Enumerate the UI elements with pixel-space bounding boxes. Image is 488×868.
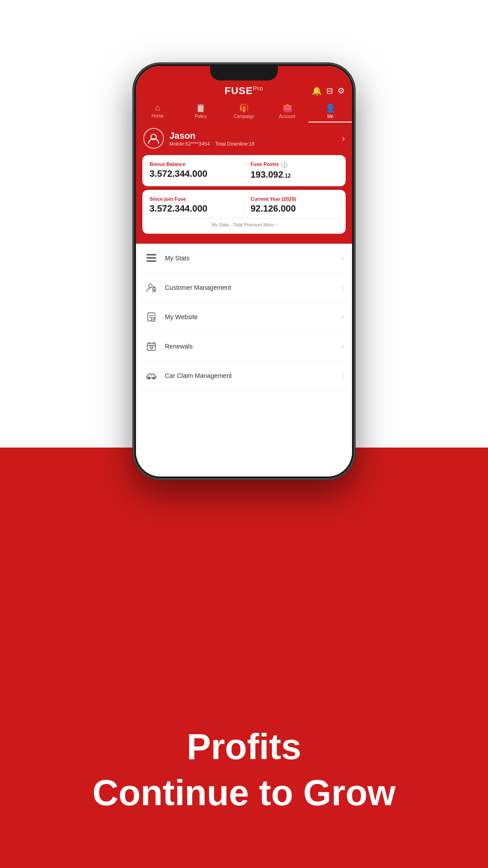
since-join-label: Since join Fuse bbox=[150, 196, 238, 202]
top-icons: 🔔 ⊟ ⚙ bbox=[312, 86, 345, 96]
me-icon: 👤 bbox=[325, 103, 335, 113]
profile-mobile: Mobile:62****3454 bbox=[169, 141, 210, 146]
svg-rect-2 bbox=[146, 257, 156, 259]
car-claim-label: Car Claim Management bbox=[165, 372, 232, 379]
account-label: Account bbox=[279, 114, 296, 119]
bonus-balance-label: Bonus Balance bbox=[150, 161, 238, 167]
my-website-icon bbox=[144, 310, 159, 324]
fuse-points-value: 193.092.12 bbox=[251, 170, 339, 180]
customer-management-label: Customer Management bbox=[165, 284, 231, 291]
customer-management-left: Customer Management bbox=[144, 280, 231, 295]
profile-downline: Total Downline:18 bbox=[215, 141, 254, 146]
renewals-chevron-icon: › bbox=[342, 342, 344, 350]
app-content: FUSEPro 🔔 ⊟ ⚙ ⌂ Home bbox=[136, 66, 352, 476]
car-claim-icon bbox=[144, 368, 159, 383]
tab-policy[interactable]: 📋 Policy bbox=[179, 100, 223, 123]
phone-screen: FUSEPro 🔔 ⊟ ⚙ ⌂ Home bbox=[136, 66, 352, 476]
svg-point-4 bbox=[149, 284, 152, 288]
notification-icon[interactable]: 🔔 bbox=[312, 86, 322, 96]
my-stats-chevron-icon: › bbox=[342, 254, 344, 262]
my-stats-label: My Stats bbox=[165, 255, 189, 262]
nav-tabs: ⌂ Home 📋 Policy 🎁 Campaign 👛 bbox=[136, 99, 352, 123]
car-claim-chevron-icon: › bbox=[342, 372, 344, 380]
bottom-section: Profits Continue to Grow bbox=[0, 448, 488, 868]
fuse-points-label: Fuse Points i bbox=[251, 161, 339, 168]
tab-me[interactable]: 👤 Me bbox=[309, 100, 352, 123]
policy-label: Policy bbox=[195, 114, 207, 119]
home-label: Home bbox=[151, 113, 164, 118]
home-icon: ⌂ bbox=[155, 103, 160, 113]
top-bar: FUSEPro 🔔 ⊟ ⚙ bbox=[136, 82, 352, 99]
menu-item-customer-management[interactable]: Customer Management › bbox=[136, 273, 352, 302]
menu-item-my-stats[interactable]: My Stats › bbox=[136, 244, 352, 273]
me-label: Me bbox=[327, 114, 333, 119]
bonus-balance-value: 3.572.344.000 bbox=[150, 169, 238, 179]
stats-card-row: Since join Fuse 3.572.344.000 Current Ye… bbox=[150, 196, 338, 214]
menu-list: My Stats › bbox=[136, 244, 352, 476]
tagline-line2: Continue to Grow bbox=[92, 772, 395, 814]
svg-point-7 bbox=[151, 318, 155, 321]
my-website-chevron-icon: › bbox=[342, 313, 344, 321]
menu-item-car-claim[interactable]: Car Claim Management › bbox=[136, 361, 352, 391]
campaign-icon: 🎁 bbox=[239, 103, 249, 113]
current-year-section: Current Year (2020) 92.126.000 bbox=[251, 196, 339, 214]
customer-management-icon bbox=[144, 280, 159, 295]
cards-area: Bonus Balance 3.572.344.000 Fuse Points … bbox=[136, 155, 352, 244]
my-stats-icon bbox=[144, 251, 159, 265]
tab-campaign[interactable]: 🎁 Campaign bbox=[222, 100, 266, 123]
menu-item-my-website[interactable]: My Website › bbox=[136, 302, 352, 332]
menu-item-renewals[interactable]: Renewals › bbox=[136, 332, 352, 361]
current-year-value: 92.126.000 bbox=[251, 203, 339, 214]
card-divider bbox=[244, 161, 244, 180]
customer-management-chevron-icon: › bbox=[342, 283, 344, 292]
notch bbox=[210, 66, 278, 80]
phone-shell: FUSEPro 🔔 ⊟ ⚙ ⌂ Home bbox=[133, 63, 355, 479]
renewals-left: Renewals bbox=[144, 339, 192, 354]
profile-left: Jason Mobile:62****3454 Total Downline:1… bbox=[143, 128, 254, 149]
svg-rect-1 bbox=[146, 254, 156, 255]
stats-link[interactable]: My Stats - Total Premium More › bbox=[150, 218, 338, 227]
balance-card-row: Bonus Balance 3.572.344.000 Fuse Points … bbox=[150, 161, 338, 180]
tagline-line1: Profits bbox=[187, 726, 301, 768]
my-website-left: My Website bbox=[144, 310, 198, 324]
current-year-label: Current Year (2020) bbox=[251, 196, 339, 202]
policy-icon: 📋 bbox=[196, 103, 206, 113]
since-join-section: Since join Fuse 3.572.344.000 bbox=[150, 196, 238, 214]
stats-card: Since join Fuse 3.572.344.000 Current Ye… bbox=[142, 190, 346, 234]
profile-name: Jason bbox=[169, 131, 254, 141]
profile-chevron-icon: › bbox=[342, 134, 345, 143]
my-website-label: My Website bbox=[165, 313, 198, 321]
since-join-value: 3.572.344.000 bbox=[150, 203, 238, 214]
profile-details: Mobile:62****3454 Total Downline:18 bbox=[169, 141, 254, 146]
stats-card-divider bbox=[244, 196, 244, 214]
campaign-label: Campaign bbox=[234, 114, 254, 119]
profile-row[interactable]: Jason Mobile:62****3454 Total Downline:1… bbox=[136, 123, 352, 155]
avatar bbox=[143, 128, 164, 149]
car-claim-left: Car Claim Management bbox=[144, 368, 232, 383]
my-stats-left: My Stats bbox=[144, 251, 189, 265]
svg-rect-3 bbox=[146, 260, 156, 262]
renewals-label: Renewals bbox=[165, 343, 192, 350]
bonus-balance-section: Bonus Balance 3.572.344.000 bbox=[150, 161, 238, 180]
tab-home[interactable]: ⌂ Home bbox=[136, 100, 179, 123]
settings-icon[interactable]: ⚙ bbox=[338, 86, 345, 96]
app-logo: FUSEPro bbox=[225, 85, 263, 97]
tab-account[interactable]: 👛 Account bbox=[266, 100, 309, 123]
layers-icon[interactable]: ⊟ bbox=[326, 86, 333, 96]
balance-card: Bonus Balance 3.572.344.000 Fuse Points … bbox=[142, 155, 346, 186]
account-icon: 👛 bbox=[282, 103, 292, 113]
profile-info: Jason Mobile:62****3454 Total Downline:1… bbox=[169, 131, 254, 146]
fuse-points-section: Fuse Points i 193.092.12 bbox=[251, 161, 339, 180]
info-icon: i bbox=[282, 162, 287, 168]
phone-mockup: FUSEPro 🔔 ⊟ ⚙ ⌂ Home bbox=[133, 63, 355, 479]
renewals-icon bbox=[144, 339, 159, 354]
